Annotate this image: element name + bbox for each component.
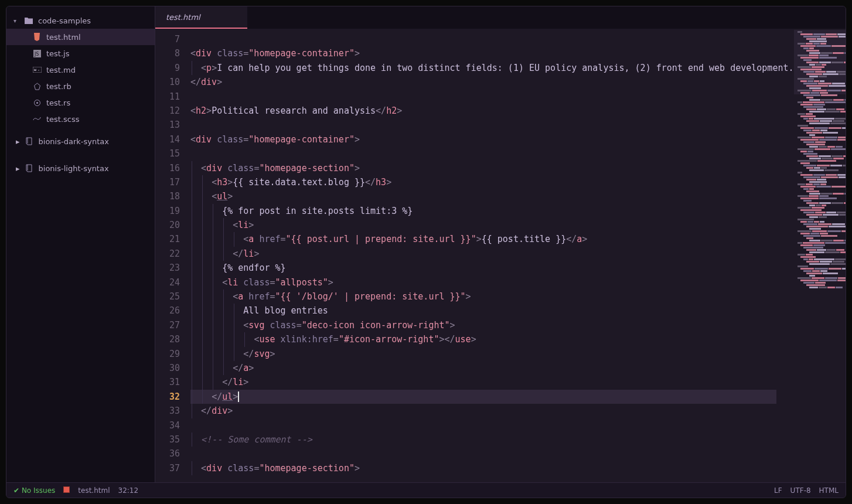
js-icon: JS (32, 49, 42, 58)
chevron-right-icon: ▸ (16, 164, 20, 173)
tree-file-label: test.js (46, 49, 69, 58)
status-filename[interactable]: test.html (78, 486, 110, 495)
tree-file[interactable]: test.md (6, 62, 155, 78)
git-icon[interactable] (63, 486, 70, 495)
chevron-down-icon: ▾ (13, 18, 19, 24)
tree-folder-label: bionis-dark-syntax (39, 137, 109, 146)
folder-icon (24, 16, 33, 25)
editor-window: ▾ code-samples test.html JS test.js (6, 6, 846, 498)
tree-file-label: test.rs (46, 98, 70, 107)
md-icon (32, 65, 42, 74)
svg-point-4 (36, 102, 38, 104)
status-eol[interactable]: LF (774, 486, 782, 495)
tree-file[interactable]: test.rs (6, 94, 155, 111)
status-encoding[interactable]: UTF-8 (790, 486, 811, 495)
status-issues[interactable]: No Issues (13, 486, 55, 495)
rs-icon (32, 98, 42, 107)
tree-file[interactable]: test.scss (6, 111, 155, 127)
scss-icon (32, 114, 42, 124)
svg-text:JS: JS (34, 52, 39, 57)
minimap[interactable] (794, 29, 846, 482)
code-area[interactable]: <div class="homepage-container"> <p>I ca… (186, 29, 794, 482)
repo-icon (25, 164, 34, 173)
line-gutter[interactable]: 7891011121314151617181920212223242526272… (155, 29, 186, 482)
tree-file[interactable]: test.rb (6, 78, 155, 94)
tree-file[interactable]: JS test.js (6, 45, 155, 62)
tree-file[interactable]: test.html (6, 29, 155, 45)
html-icon (32, 32, 42, 42)
editor-pane: test.html 789101112131415161718192021222… (155, 6, 846, 482)
tab-active[interactable]: test.html (155, 6, 247, 29)
tree-file-label: test.html (46, 33, 81, 42)
tree-root[interactable]: ▾ code-samples (6, 12, 155, 29)
tab-bar[interactable]: test.html (155, 6, 846, 29)
tree-folder-label: bionis-light-syntax (39, 164, 109, 173)
tree-file-label: test.scss (46, 115, 80, 124)
tree-folder[interactable]: ▸ bionis-light-syntax (6, 160, 155, 176)
status-bar: No Issues test.html 32:12 LF UTF-8 HTML (6, 482, 846, 498)
tree-folder[interactable]: ▸ bionis-dark-syntax (6, 133, 155, 149)
chevron-right-icon: ▸ (16, 137, 20, 146)
tree-root-label: code-samples (38, 16, 91, 25)
tree-file-label: test.rb (46, 82, 71, 91)
rb-icon (32, 81, 42, 91)
status-lang[interactable]: HTML (819, 486, 839, 495)
repo-icon (25, 137, 34, 146)
tree-file-label: test.md (46, 66, 76, 74)
tab-label: test.html (166, 13, 200, 22)
status-cursor[interactable]: 32:12 (118, 486, 139, 495)
file-tree[interactable]: ▾ code-samples test.html JS test.js (6, 6, 155, 482)
